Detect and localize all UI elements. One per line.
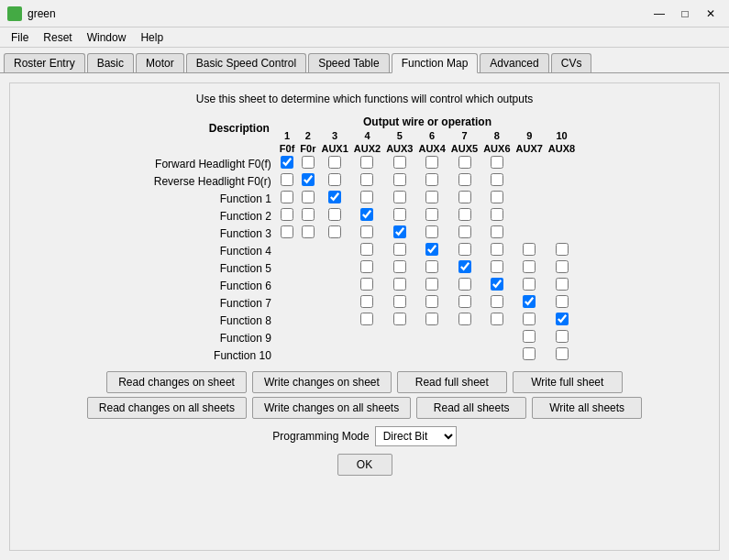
cell-1-2[interactable] [318, 172, 350, 190]
checkbox-10-9[interactable] [556, 330, 569, 343]
checkbox-6-9[interactable] [556, 260, 569, 273]
checkbox-9-8[interactable] [523, 313, 536, 325]
checkbox-9-7[interactable] [491, 313, 503, 325]
checkbox-0-0[interactable] [281, 156, 293, 169]
cell-6-9[interactable] [546, 259, 578, 277]
cell-8-5[interactable] [415, 294, 447, 312]
cell-8-7[interactable] [480, 294, 513, 312]
cell-5-9[interactable] [546, 242, 578, 259]
cell-8-8[interactable] [514, 294, 546, 312]
checkbox-5-4[interactable] [393, 243, 406, 256]
checkbox-0-7[interactable] [491, 156, 503, 169]
cell-3-0[interactable] [277, 207, 298, 225]
cell-0-0[interactable] [277, 155, 298, 172]
cell-3-5[interactable] [415, 207, 447, 225]
cell-9-8[interactable] [514, 312, 546, 329]
cell-4-1[interactable] [297, 225, 318, 242]
checkbox-2-7[interactable] [491, 191, 503, 203]
cell-4-4[interactable] [383, 225, 415, 242]
cell-6-3[interactable] [351, 259, 383, 277]
cell-0-3[interactable] [351, 155, 383, 172]
cell-1-1[interactable] [297, 172, 318, 190]
cell-3-6[interactable] [448, 207, 480, 225]
checkbox-1-2[interactable] [328, 173, 341, 186]
cell-3-7[interactable] [480, 207, 513, 225]
cell-7-6[interactable] [448, 277, 480, 294]
checkbox-2-4[interactable] [393, 191, 406, 203]
cell-6-5[interactable] [415, 259, 447, 277]
checkbox-7-4[interactable] [393, 278, 406, 291]
cell-4-3[interactable] [351, 225, 383, 242]
tab-function-map[interactable]: Function Map [392, 53, 479, 73]
checkbox-6-3[interactable] [360, 260, 373, 273]
tab-basic[interactable]: Basic [87, 53, 134, 72]
cell-2-6[interactable] [448, 190, 480, 207]
checkbox-1-5[interactable] [425, 173, 438, 186]
checkbox-0-2[interactable] [328, 156, 341, 169]
checkbox-5-8[interactable] [523, 243, 536, 256]
cell-5-7[interactable] [480, 242, 513, 259]
cell-11-9[interactable] [546, 346, 578, 364]
checkbox-9-6[interactable] [458, 313, 471, 325]
write-all-sheets-button[interactable]: Write all sheets [532, 397, 642, 419]
minimize-button[interactable]: — [648, 5, 670, 22]
checkbox-4-1[interactable] [302, 225, 315, 238]
cell-9-4[interactable] [383, 312, 415, 329]
cell-2-3[interactable] [351, 190, 383, 207]
checkbox-4-3[interactable] [360, 225, 373, 238]
tab-roster-entry[interactable]: Roster Entry [4, 53, 85, 72]
maximize-button[interactable]: □ [674, 5, 696, 22]
checkbox-9-4[interactable] [393, 313, 406, 325]
cell-6-7[interactable] [480, 259, 513, 277]
checkbox-1-6[interactable] [458, 173, 471, 186]
cell-2-5[interactable] [415, 190, 447, 207]
cell-5-5[interactable] [415, 242, 447, 259]
checkbox-4-2[interactable] [328, 225, 341, 238]
cell-1-6[interactable] [448, 172, 480, 190]
checkbox-1-4[interactable] [393, 173, 406, 186]
checkbox-1-1[interactable] [302, 173, 315, 186]
checkbox-5-7[interactable] [491, 243, 503, 256]
checkbox-11-9[interactable] [556, 347, 569, 360]
checkbox-9-3[interactable] [360, 313, 373, 325]
cell-5-4[interactable] [383, 242, 415, 259]
cell-9-3[interactable] [351, 312, 383, 329]
checkbox-5-9[interactable] [556, 243, 569, 256]
checkbox-8-4[interactable] [393, 295, 406, 308]
cell-9-9[interactable] [546, 312, 578, 329]
checkbox-0-1[interactable] [302, 156, 315, 169]
cell-3-2[interactable] [318, 207, 350, 225]
cell-2-2[interactable] [318, 190, 350, 207]
checkbox-5-5[interactable] [425, 243, 438, 256]
checkbox-2-5[interactable] [425, 191, 438, 203]
checkbox-4-4[interactable] [393, 225, 406, 238]
cell-9-6[interactable] [448, 312, 480, 329]
cell-10-9[interactable] [546, 329, 578, 346]
checkbox-7-5[interactable] [425, 278, 438, 291]
cell-4-5[interactable] [415, 225, 447, 242]
checkbox-6-7[interactable] [491, 260, 503, 273]
checkbox-7-9[interactable] [556, 278, 569, 291]
checkbox-8-8[interactable] [523, 295, 536, 308]
cell-3-4[interactable] [383, 207, 415, 225]
cell-7-5[interactable] [415, 277, 447, 294]
cell-0-4[interactable] [383, 155, 415, 172]
checkbox-8-5[interactable] [425, 295, 438, 308]
checkbox-0-6[interactable] [458, 156, 471, 169]
checkbox-3-5[interactable] [425, 208, 438, 221]
cell-10-8[interactable] [514, 329, 546, 346]
cell-5-6[interactable] [448, 242, 480, 259]
cell-0-2[interactable] [318, 155, 350, 172]
cell-3-3[interactable] [351, 207, 383, 225]
checkbox-8-3[interactable] [360, 295, 373, 308]
cell-7-7[interactable] [480, 277, 513, 294]
cell-2-1[interactable] [297, 190, 318, 207]
checkbox-4-7[interactable] [491, 225, 503, 238]
tab-basic-speed-control[interactable]: Basic Speed Control [186, 53, 306, 72]
checkbox-2-6[interactable] [458, 191, 471, 203]
read-changes-on-all-sheets-button[interactable]: Read changes on all sheets [87, 397, 247, 419]
checkbox-7-8[interactable] [523, 278, 536, 291]
write-full-sheet-button[interactable]: Write full sheet [513, 371, 623, 393]
checkbox-7-7[interactable] [491, 278, 503, 291]
cell-9-7[interactable] [480, 312, 513, 329]
